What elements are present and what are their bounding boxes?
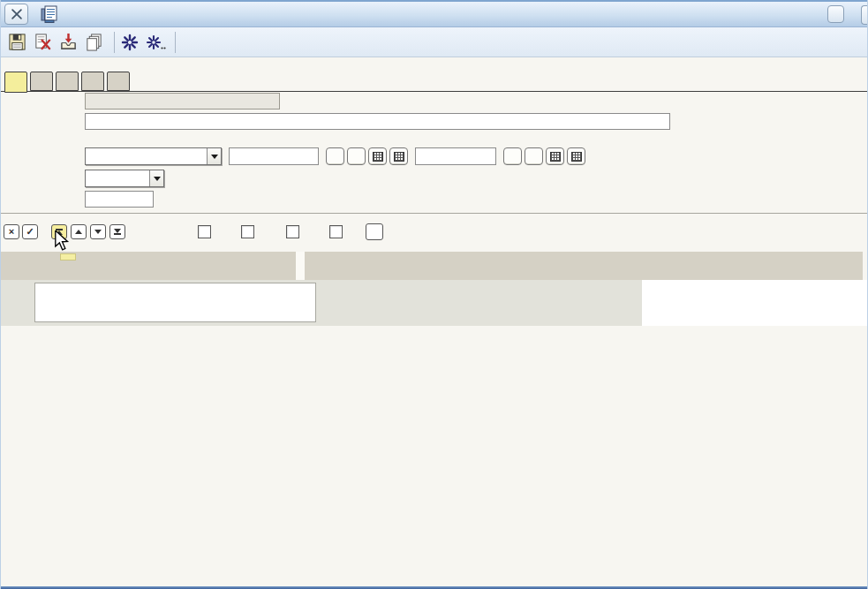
refresh-button[interactable] (366, 223, 383, 240)
header-pagebreak (476, 252, 532, 280)
time-interval-row (85, 147, 585, 165)
close-icon (9, 6, 25, 22)
show-diagram-checkbox[interactable] (241, 225, 254, 238)
show-bar: × ✓ (1, 221, 867, 242)
show-figure-checkbox[interactable] (329, 225, 343, 238)
move-bottom-button[interactable] (109, 224, 125, 239)
toolbar-separator (175, 32, 176, 53)
calendar-icon (373, 152, 383, 162)
calendar-button[interactable] (389, 147, 408, 165)
prev-date-button[interactable] (326, 147, 344, 165)
report-icon (40, 4, 59, 24)
header-sort-key (569, 252, 607, 280)
calendar-button[interactable] (546, 147, 564, 165)
header-aggregate (339, 252, 449, 280)
next-date-button[interactable] (347, 147, 366, 165)
header-caption (759, 252, 867, 280)
next-date-button[interactable] (525, 147, 543, 165)
time-from-input[interactable] (229, 147, 319, 165)
run-options-icon (145, 33, 166, 52)
calendar-button[interactable] (368, 147, 387, 165)
move-up-button[interactable] (71, 224, 87, 239)
header-chartdata (643, 252, 759, 280)
time-from-nav (326, 147, 408, 165)
toolbar (1, 27, 867, 57)
header-spacer (316, 252, 339, 280)
table-body (1, 280, 867, 326)
report-window: × ✓ (0, 0, 868, 589)
time-to-nav (503, 147, 585, 165)
header-asc (607, 252, 628, 280)
save-button[interactable] (6, 31, 28, 54)
formula-textarea[interactable] (34, 283, 316, 322)
move-up-icon (75, 230, 82, 234)
sort-order-icon[interactable] (1, 252, 15, 280)
deselect-all-button[interactable]: × (4, 224, 19, 239)
chevron-down-icon (207, 148, 221, 164)
form-separator (1, 213, 867, 214)
show-option-data (194, 225, 211, 238)
tab-misc[interactable] (107, 72, 130, 91)
calendar-icon (550, 152, 561, 162)
calendar-icon (394, 152, 404, 162)
show-option-figure (326, 225, 343, 238)
header-num2 (628, 252, 643, 280)
close-button[interactable] (4, 4, 28, 25)
check-icon: ✓ (26, 227, 34, 237)
tab-layout[interactable] (30, 72, 53, 91)
show-format-checkbox[interactable] (286, 225, 299, 238)
formula-band (1, 280, 867, 326)
tooltip-top (60, 253, 76, 261)
max-figures-age-input[interactable] (85, 191, 154, 208)
time-interval-unit-dropdown[interactable] (85, 170, 164, 187)
run-options-button[interactable] (144, 31, 166, 54)
copy-button[interactable] (83, 31, 105, 54)
header-right-cap (863, 252, 867, 280)
import-button[interactable] (57, 31, 79, 54)
x-icon: × (9, 227, 14, 237)
move-down-button[interactable] (90, 224, 106, 239)
chevron-down-icon (149, 170, 163, 186)
toolbar-separator (114, 32, 115, 53)
delete-document-icon (34, 33, 52, 51)
name-field[interactable] (85, 93, 280, 109)
header-gap (296, 252, 305, 280)
delete-document-button[interactable] (32, 31, 54, 54)
move-down-icon (94, 230, 102, 234)
help-button[interactable] (827, 5, 844, 23)
header-group (449, 252, 476, 280)
tab-diagram[interactable] (81, 72, 104, 91)
calendar-icon (571, 152, 582, 162)
select-all-button[interactable]: ✓ (22, 224, 38, 239)
calendar-button[interactable] (567, 147, 585, 165)
title-bar (1, 0, 867, 27)
prev-date-button[interactable] (503, 147, 522, 165)
title-input[interactable] (85, 113, 670, 130)
tab-bar (4, 72, 132, 92)
time-interval-dropdown[interactable] (85, 147, 222, 165)
run-icon (120, 33, 140, 52)
run-button[interactable] (118, 31, 140, 54)
time-to-input[interactable] (415, 147, 496, 165)
show-option-format (283, 225, 299, 238)
tab-csv[interactable] (56, 72, 79, 91)
move-top-button[interactable] (51, 224, 67, 239)
tab-common[interactable] (4, 72, 27, 93)
header-visible (532, 252, 569, 280)
partial-edge-button[interactable] (861, 5, 867, 25)
save-icon (8, 33, 26, 51)
show-data-checkbox[interactable] (198, 225, 211, 238)
show-option-diagram (238, 225, 254, 238)
import-icon (59, 33, 78, 51)
header-num (15, 252, 32, 280)
copy-icon (85, 33, 103, 51)
table-header (1, 252, 867, 280)
